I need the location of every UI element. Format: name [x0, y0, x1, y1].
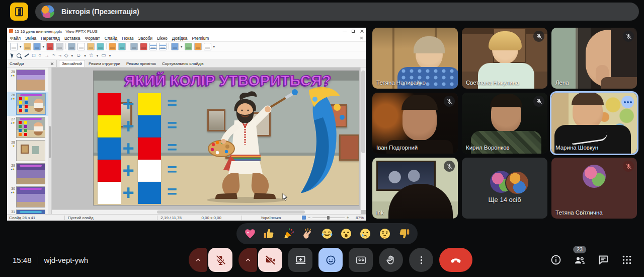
menu-window[interactable]: Вікно	[157, 36, 168, 41]
reaction-face-with-tears-of-joy[interactable]	[319, 226, 335, 241]
slide-canvas[interactable]: ЯКИЙ КОЛІР УТВОРИТЬСЯ? + = + =	[52, 67, 366, 214]
save-icon[interactable]	[33, 43, 41, 50]
participant-tile-active-speaker[interactable]: Марина Шовкун	[551, 93, 637, 154]
slide-thumb-preview[interactable]	[16, 93, 46, 115]
document-language[interactable]: Українська	[242, 216, 300, 220]
dropdown-caret-icon[interactable]: ▾	[71, 52, 73, 59]
more-participants-tile[interactable]: Ще 14 осіб	[462, 158, 547, 219]
menu-edit[interactable]: Зміна	[25, 36, 36, 41]
menu-slide[interactable]: Слайд	[105, 36, 118, 41]
dropdown-caret-icon[interactable]: ▾	[20, 43, 22, 50]
open-file-icon[interactable]	[24, 43, 31, 50]
end-call-button[interactable]	[439, 248, 472, 272]
dropdown-caret-icon[interactable]: ▾	[84, 52, 86, 59]
rectangle-tool-icon[interactable]: □	[32, 52, 35, 59]
redo-icon[interactable]	[118, 43, 126, 50]
info-button[interactable]	[550, 254, 562, 266]
participant-tile[interactable]: Кирил Воронков	[462, 93, 547, 154]
callout-shapes-icon[interactable]: ▭	[101, 52, 106, 59]
menu-tools[interactable]: Засоби	[138, 36, 153, 41]
select-arrow-icon[interactable]	[11, 52, 15, 58]
new-document-icon[interactable]	[10, 43, 18, 50]
present-screen-button[interactable]	[288, 248, 312, 272]
slides-panel[interactable]: 25▸★ 26▸★ 27▸★ 28★ 29▸★	[7, 67, 52, 214]
menu-premium[interactable]: Premium	[192, 36, 209, 41]
camera-options-button[interactable]	[238, 248, 257, 272]
slide-thumb-preview[interactable]	[16, 186, 45, 207]
star-shapes-icon[interactable]: ☆	[89, 52, 94, 59]
camera-off-button[interactable]	[258, 248, 282, 272]
mic-options-button[interactable]	[189, 248, 207, 272]
paste-icon[interactable]	[87, 43, 95, 50]
close-document-icon[interactable]	[360, 36, 363, 40]
reaction-thumbs-up[interactable]	[262, 226, 277, 241]
ellipse-tool-icon[interactable]: ○	[38, 52, 41, 59]
chat-button[interactable]	[597, 254, 609, 266]
zoom-out-icon[interactable]: −	[308, 215, 310, 220]
line-tool-icon[interactable]	[24, 54, 29, 57]
participant-tile[interactable]: Лена	[551, 28, 637, 89]
slide-thumbnail-row[interactable]: 28★	[7, 139, 51, 162]
print-icon[interactable]	[56, 43, 63, 50]
zoom-icon[interactable]	[17, 53, 21, 58]
zoom-slider[interactable]	[312, 218, 345, 218]
dropdown-caret-icon[interactable]: ▾	[181, 43, 183, 50]
participant-tile[interactable]: Тетяна Світлична	[551, 158, 637, 219]
slide-thumb-preview[interactable]	[16, 140, 45, 161]
tab-normal-view[interactable]: Звичайний	[59, 60, 85, 67]
slide-thumbnail-row[interactable]: 25▸★	[7, 68, 51, 92]
dropdown-caret-icon[interactable]: ▾	[43, 43, 45, 50]
slide-thumb-preview[interactable]	[16, 70, 45, 91]
menu-help[interactable]: Довідка	[172, 36, 188, 41]
participant-tile[interactable]: Тетяна Наливайко	[372, 28, 458, 89]
menu-insert[interactable]: Вставка	[64, 36, 80, 41]
undo-icon[interactable]	[109, 43, 116, 50]
minimize-icon[interactable]	[343, 29, 347, 33]
curve-tool-icon[interactable]: ~	[52, 52, 55, 59]
participant-tile[interactable]: Іван Подгорний	[372, 93, 458, 154]
reaction-clapping-hands[interactable]	[300, 226, 315, 241]
slide-thumbnail-row[interactable]: 30▸★	[7, 185, 51, 209]
spellcheck-icon[interactable]	[140, 43, 147, 50]
reaction-party-popper[interactable]	[281, 226, 296, 241]
close-panel-icon[interactable]	[50, 62, 54, 65]
menu-slideshow[interactable]: Показ	[122, 36, 133, 41]
zoom-in-icon[interactable]: +	[347, 215, 349, 220]
slide-thumb-preview[interactable]	[16, 163, 45, 184]
symbol-shapes-icon[interactable]: ☺	[76, 52, 81, 59]
fit-slide-icon[interactable]	[302, 216, 306, 220]
slide-thumbnail-row-selected[interactable]: 26▸★	[7, 92, 51, 116]
panel-scrollbar[interactable]	[48, 67, 51, 214]
participant-tile[interactable]: ink	[372, 158, 458, 219]
display-grid-icon[interactable]	[149, 43, 157, 50]
mic-muted-button[interactable]	[208, 248, 232, 272]
insert-table-icon[interactable]	[171, 43, 179, 50]
reaction-surprised-face[interactable]	[339, 226, 354, 241]
horizontal-scrollbar[interactable]	[52, 210, 361, 214]
find-replace-icon[interactable]	[130, 43, 138, 50]
reaction-crying-face[interactable]	[358, 226, 373, 241]
shared-screen-presentation[interactable]: 15-16 день вивчення.pptx - View PPTX PLU…	[7, 28, 366, 221]
close-icon[interactable]	[360, 29, 364, 33]
dropdown-caret-icon[interactable]: ▾	[213, 43, 215, 50]
cut-icon[interactable]	[68, 43, 75, 50]
dropdown-caret-icon[interactable]: ▾	[109, 52, 111, 59]
participant-tile[interactable]: Светлана Никулина	[462, 28, 547, 89]
clone-formatting-icon[interactable]	[97, 43, 104, 50]
more-options-button[interactable]	[409, 248, 433, 272]
reaction-thinking-face[interactable]	[377, 226, 392, 241]
tab-notes-view[interactable]: Режим приміток	[124, 60, 158, 67]
vertical-scrollbar[interactable]	[360, 67, 366, 210]
people-button[interactable]: 23	[574, 254, 586, 266]
export-pdf-icon[interactable]	[46, 43, 54, 50]
slide-thumbnail-row[interactable]: 27▸★	[7, 116, 51, 139]
activities-button[interactable]	[621, 254, 633, 266]
slide-thumb-preview[interactable]	[16, 210, 45, 214]
tab-slide-sorter[interactable]: Сортувальник слайдів	[159, 60, 206, 67]
menu-view[interactable]: Перегляд	[41, 36, 60, 41]
menu-file[interactable]: Файл	[10, 36, 21, 41]
captions-button[interactable]	[349, 248, 373, 272]
insert-textbox-icon[interactable]	[204, 43, 211, 50]
menu-format[interactable]: Формат	[85, 36, 100, 41]
reactions-button-active[interactable]	[318, 248, 343, 272]
